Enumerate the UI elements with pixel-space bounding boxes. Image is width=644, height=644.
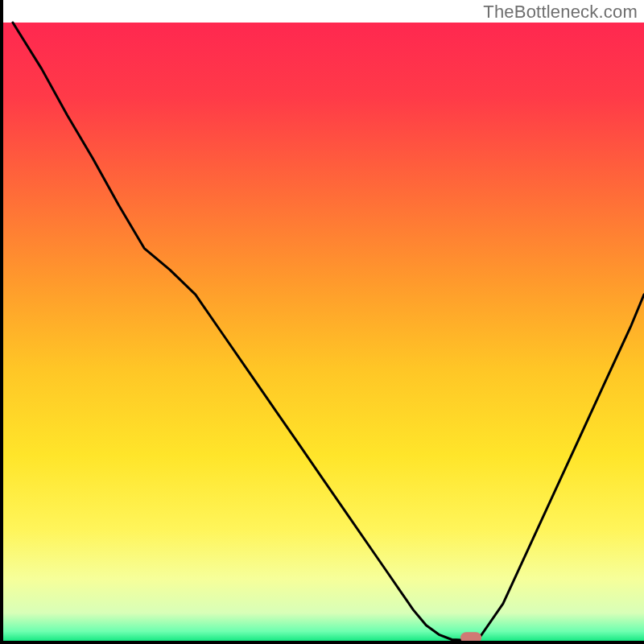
watermark-text: TheBottleneck.com bbox=[483, 2, 638, 23]
bottleneck-chart: TheBottleneck.com bbox=[0, 0, 644, 644]
gradient-background bbox=[3, 23, 644, 641]
chart-svg bbox=[0, 0, 644, 644]
